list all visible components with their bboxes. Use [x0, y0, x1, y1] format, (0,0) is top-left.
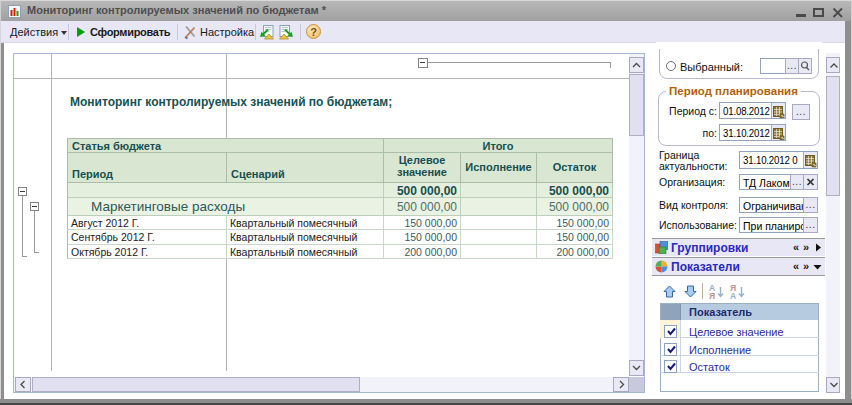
- svg-text:А: А: [730, 291, 736, 300]
- svg-text:Я: Я: [709, 291, 715, 300]
